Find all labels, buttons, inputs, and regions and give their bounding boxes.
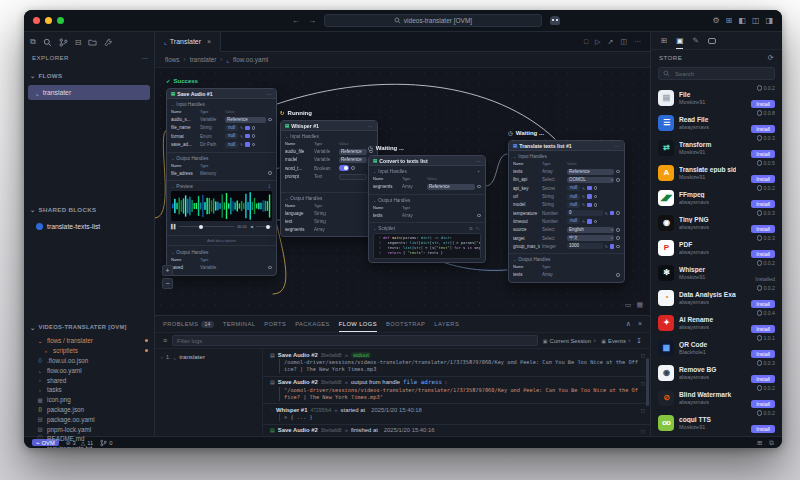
bind-toggle[interactable] [245,134,250,139]
file-tree-item[interactable]: › tasks [24,385,154,395]
export-logs-icon[interactable]: ↧ [636,337,642,345]
extensions-icon[interactable]: ⊟ [75,38,82,47]
file-tree-item[interactable]: ▤ package.oo.yaml [24,414,154,424]
filter-logs-input[interactable] [172,335,538,346]
search-icon[interactable] [43,38,52,47]
install-button[interactable]: Install [751,225,775,233]
file-tree-item[interactable]: › shared [24,375,154,385]
value-field[interactable]: null [225,133,238,139]
install-button[interactable]: Install [751,150,775,158]
store-icon[interactable]: ▣ [676,32,683,49]
source-control-icon[interactable] [59,38,68,47]
connection-handle[interactable] [268,118,272,122]
edit-icon[interactable]: ✎ [692,36,698,45]
edit-icon[interactable]: ✎ [605,244,608,249]
install-button[interactable]: Install [751,350,775,358]
input-handle-row[interactable]: target Select 中文 ✎ [513,234,620,242]
input-handle-row[interactable]: temperature Number 0 ✎ [513,209,620,217]
bind-toggle[interactable] [587,219,592,224]
file-tree-item[interactable]: ▤ pnpm-lock.yaml [24,424,154,434]
file-tree-item[interactable]: {} package.json [24,405,154,415]
output-handle-row[interactable]: texts Array [513,271,620,279]
open-external-icon[interactable]: ⧉ [769,439,774,447]
flow-canvas[interactable]: ✓ Success ▤ Save Audio #1 ⋯ ⌄Input Handl… [155,68,650,315]
breadcrumb-file[interactable]: flow.oo.yaml [233,56,268,63]
store-package-item[interactable]: ▦ QR Code Blackhole1 1.0.1 Install [651,335,782,360]
grid-layout-icon[interactable]: ⊞ [726,16,733,25]
toggle-bottom-panel-icon[interactable]: ◫ [752,16,760,25]
seek-slider[interactable] [179,226,234,227]
input-handle-row[interactable]: format Enum null ✎ [171,132,272,140]
handle-name[interactable]: file_adress [403,379,442,385]
value-field[interactable]: Reference [339,157,367,163]
edit-icon[interactable]: ✎ [240,142,243,147]
project-section-header[interactable]: ⌄ VIDEOS-TRANSLATER [OVM] [30,324,148,331]
pause-icon[interactable]: ▌▌ [171,224,176,229]
input-handle-row[interactable]: timeout Number null ✎ [513,217,620,225]
panel-tab[interactable]: PORTS [264,316,286,332]
value-field[interactable]: null [225,142,238,148]
files-icon[interactable]: ⧉ [30,37,36,47]
store-package-item[interactable]: ▤ File Moskize91 0.0.2 Install [651,85,782,110]
store-package-item[interactable]: ◉ Tiny PNG alwaysmavs 0.0.3 Install [651,210,782,235]
download-icon[interactable]: ↧ [267,184,272,189]
share-icon[interactable]: ↗ [608,38,614,46]
input-handle-row[interactable]: segments Array Reference [373,183,481,191]
connection-handle[interactable] [616,228,620,232]
store-package-item[interactable]: ✻ Whisper Moskize91 0.0.2 Installed [651,260,782,285]
input-handle-row[interactable]: file_name String null ✎ [171,124,272,132]
zoom-in-button[interactable]: + [162,265,173,276]
connection-handle[interactable] [616,273,620,277]
input-handle-row[interactable]: url String null ✎ [513,192,620,200]
bind-toggle[interactable] [610,211,615,216]
store-package-item[interactable]: A Translate epub side by ... Moskize91 0… [651,160,782,185]
input-handle-row[interactable]: source Select English ✎ [513,226,620,234]
minimize-window-button[interactable] [45,17,52,24]
node-menu-icon[interactable]: ⋯ [267,91,272,97]
value-field[interactable]: 0 [567,210,603,216]
output-handle-row[interactable]: language String [285,209,373,217]
node-header[interactable]: ▤ Save Audio #1 ⋯ [167,89,276,99]
layout-icon[interactable]: □ [584,38,588,46]
log-list[interactable]: ▤ Save Audio #2 3bebafd8 » stdout ◻ [263,349,650,436]
node-header[interactable]: ▤ Whisper #1 ⋯ [281,121,377,131]
log-list-icon[interactable]: ≡ [163,337,167,344]
connection-handle[interactable] [616,170,620,174]
file-tree-item[interactable]: ⌞ flow.oo.yaml [24,365,154,375]
input-handle-row[interactable]: texts Array Reference ✎ [513,168,620,176]
bind-toggle[interactable] [587,194,592,199]
add-description-button[interactable]: Add description [167,235,276,246]
install-button[interactable]: Install [751,200,775,208]
connection-handle[interactable] [616,178,620,182]
value-field[interactable]: 1000 [567,243,603,249]
input-handle-row[interactable]: model Variable Reference [285,156,373,164]
node-menu-icon[interactable]: ⋯ [476,158,481,164]
input-handle-row[interactable]: llm_api Select OOMOL ✎ [513,176,620,184]
input-handle-row[interactable]: audio_file Variable Reference [285,148,373,156]
node-header[interactable]: ▤ Translate texts list #1 ⋯ [509,141,624,151]
shared-blocks-section-header[interactable]: ⌄ SHARED BLOCKS [30,206,148,213]
store-package-item[interactable]: P PDF alwaysmavs 0.0.3 Install [651,235,782,260]
node-menu-icon[interactable]: ⋯ [615,143,620,149]
connection-handle[interactable] [594,220,598,224]
connection-handle[interactable] [616,245,620,249]
value-field[interactable]: English [567,227,614,233]
log-row[interactable]: ◌ Whisper #1 47295fb4 » started at 2025/… [263,404,650,425]
more-actions-icon[interactable]: ⋯ [634,38,641,46]
split-editor-icon[interactable]: ◫ [620,38,627,46]
toggle-right-panel-icon[interactable]: ◨ [765,16,773,25]
output-handle-row[interactable]: texts Array [373,211,481,219]
connection-handle[interactable] [616,211,620,215]
bind-toggle[interactable] [610,244,615,249]
connection-handle[interactable] [594,203,598,207]
tab-translater[interactable]: ⌞ Translater × [155,32,221,52]
value-field[interactable]: null [225,125,238,131]
input-handle-row[interactable]: prompt Text [285,172,373,180]
value-field[interactable]: Reference [339,149,367,155]
node-convert-to-texts-list[interactable]: ◷ Waiting ... ▤ Convert to texts list ⋯ … [368,143,486,263]
output-handle-row[interactable]: segments Array [285,225,373,233]
bind-toggle[interactable] [587,186,592,191]
install-button[interactable]: Install [751,175,775,183]
install-button[interactable]: Install [751,375,775,383]
file-tree-item[interactable]: ⌄ flows / translater [24,336,154,346]
